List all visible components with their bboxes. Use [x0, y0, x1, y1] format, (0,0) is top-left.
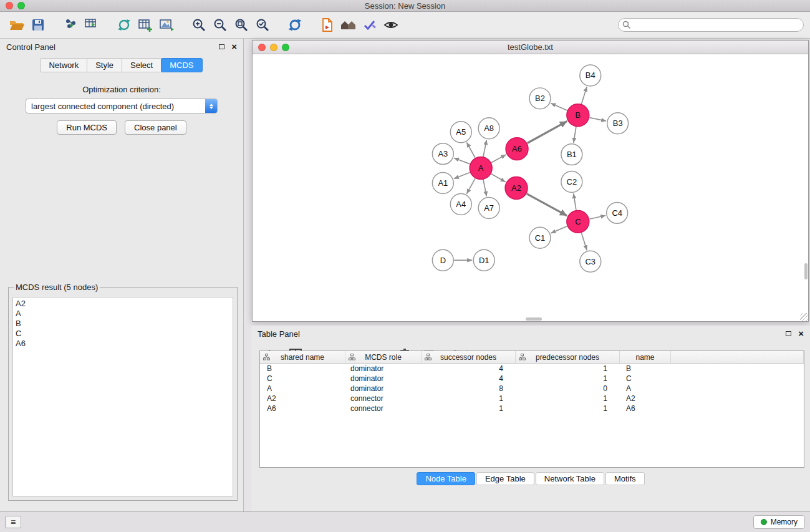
- table-row[interactable]: Bdominator41B: [260, 364, 804, 374]
- new-table-icon[interactable]: [135, 14, 156, 36]
- criterion-dropdown[interactable]: largest connected component (directed): [26, 99, 218, 114]
- float-table-panel-icon[interactable]: [786, 331, 791, 336]
- eye-icon[interactable]: [380, 14, 402, 36]
- home-icon[interactable]: [338, 14, 359, 36]
- export-document-icon[interactable]: [317, 14, 338, 36]
- new-network-icon[interactable]: [113, 14, 135, 36]
- graph-node-D1[interactable]: D1: [473, 249, 494, 271]
- graph-node-C[interactable]: C: [567, 210, 589, 233]
- graph-edge-B-B1[interactable]: [574, 127, 576, 142]
- zoom-window-button[interactable]: [17, 2, 25, 9]
- graph-edge-A-A3[interactable]: [454, 158, 470, 164]
- graph-edge-A2-C[interactable]: [527, 194, 567, 216]
- graph-edge-C-C2[interactable]: [574, 193, 576, 210]
- network-close-button[interactable]: [258, 44, 266, 51]
- vertical-scrollbar[interactable]: [804, 263, 808, 279]
- graph-node-A8[interactable]: A8: [478, 118, 499, 139]
- graph-edge-A-A8[interactable]: [483, 140, 486, 157]
- tab-style[interactable]: Style: [87, 58, 122, 72]
- graph-edge-A6-B[interactable]: [528, 121, 567, 143]
- graph-node-A1[interactable]: A1: [432, 173, 453, 194]
- column-header-predecessor-nodes[interactable]: predecessor nodes: [516, 351, 620, 363]
- zoom-fit-icon[interactable]: [231, 14, 252, 36]
- table-tab-network-table[interactable]: Network Table: [536, 472, 604, 485]
- memory-button[interactable]: Memory: [753, 515, 805, 529]
- table-row[interactable]: A2connector11A2: [260, 394, 804, 404]
- network-zoom-button[interactable]: [282, 44, 289, 51]
- zoom-in-icon[interactable]: [188, 14, 210, 36]
- check-pen-icon[interactable]: [359, 14, 380, 36]
- graph-node-B4[interactable]: B4: [580, 65, 601, 86]
- graph-node-A3[interactable]: A3: [432, 143, 453, 165]
- mcds-result-item[interactable]: A2: [16, 299, 230, 309]
- task-history-icon[interactable]: ≡: [5, 516, 21, 528]
- graph-node-A6[interactable]: A6: [506, 138, 528, 160]
- resize-grip[interactable]: [800, 313, 808, 321]
- import-table-from-file-icon[interactable]: [81, 14, 102, 36]
- graph-node-B2[interactable]: B2: [529, 88, 551, 109]
- graph-node-C3[interactable]: C3: [580, 251, 601, 272]
- run-mcds-button[interactable]: Run MCDS: [57, 120, 117, 135]
- graph-node-A[interactable]: A: [470, 157, 492, 180]
- graph-node-B[interactable]: B: [567, 104, 589, 127]
- search-input[interactable]: [618, 18, 804, 32]
- graph-edge-A-A4[interactable]: [466, 178, 475, 194]
- network-canvas[interactable]: B4B2BB3A5A8A6B1A3AC2A1A2A4A7C4CC1C3DD1: [253, 54, 808, 321]
- graph-edge-A-A2[interactable]: [491, 174, 506, 182]
- column-header-shared-name[interactable]: shared name: [260, 351, 345, 363]
- graph-node-A2[interactable]: A2: [505, 177, 528, 200]
- graph-edge-C-C1[interactable]: [551, 226, 567, 233]
- graph-edge-B-B2[interactable]: [551, 104, 567, 111]
- close-window-button[interactable]: [6, 2, 13, 9]
- graph-edge-C-C4[interactable]: [589, 216, 605, 220]
- table-tab-node-table[interactable]: Node Table: [417, 472, 475, 485]
- close-table-panel-icon[interactable]: ×: [798, 331, 804, 337]
- table-row[interactable]: A6connector11A6: [260, 404, 804, 414]
- mcds-result-item[interactable]: A: [16, 309, 230, 319]
- tab-select[interactable]: Select: [122, 58, 162, 72]
- mcds-result-list[interactable]: A2ABCA6: [12, 297, 233, 496]
- table-row[interactable]: Cdominator41C: [260, 374, 804, 384]
- graph-node-C1[interactable]: C1: [529, 227, 551, 248]
- horizontal-scrollbar[interactable]: [526, 317, 542, 321]
- graph-edge-B-B4[interactable]: [581, 87, 587, 104]
- float-panel-icon[interactable]: [219, 44, 224, 49]
- graph-node-A4[interactable]: A4: [450, 193, 471, 215]
- column-header-name[interactable]: name: [620, 351, 671, 363]
- graph-edge-A-A7[interactable]: [483, 180, 486, 196]
- graph-edge-C-C3[interactable]: [581, 233, 587, 250]
- graph-node-C4[interactable]: C4: [607, 202, 628, 223]
- table-tab-motifs[interactable]: Motifs: [605, 472, 645, 485]
- column-header-mcds-role[interactable]: MCDS role: [345, 351, 422, 363]
- tab-network[interactable]: Network: [40, 58, 87, 72]
- close-panel-icon[interactable]: ×: [231, 44, 237, 50]
- mcds-result-item[interactable]: C: [16, 329, 230, 339]
- graph-edge-A-A5[interactable]: [466, 142, 475, 158]
- dropdown-stepper-icon[interactable]: [205, 99, 217, 113]
- save-session-icon[interactable]: [27, 14, 49, 36]
- tab-mcds[interactable]: MCDS: [161, 58, 202, 72]
- zoom-out-icon[interactable]: [210, 14, 231, 36]
- graph-node-D[interactable]: D: [432, 249, 453, 271]
- graph-node-C2[interactable]: C2: [561, 172, 582, 193]
- mcds-result-item[interactable]: A6: [16, 339, 230, 349]
- graph-edge-A-A1[interactable]: [454, 173, 470, 179]
- table-tab-edge-table[interactable]: Edge Table: [476, 472, 534, 485]
- network-minimize-button[interactable]: [270, 44, 277, 51]
- graph-node-A5[interactable]: A5: [450, 122, 471, 143]
- network-window-titlebar[interactable]: testGlobe.txt: [253, 41, 808, 54]
- network-graph[interactable]: B4B2BB3A5A8A6B1A3AC2A1A2A4A7C4CC1C3DD1: [253, 54, 808, 321]
- graph-node-B3[interactable]: B3: [607, 113, 629, 134]
- zoom-selected-icon[interactable]: [252, 14, 273, 36]
- graph-node-A7[interactable]: A7: [478, 197, 499, 218]
- close-panel-button[interactable]: Close panel: [125, 120, 186, 135]
- graph-edge-B-B3[interactable]: [589, 118, 606, 121]
- apply-layout-icon[interactable]: [284, 14, 306, 36]
- open-file-icon[interactable]: [6, 14, 27, 36]
- window-titlebar[interactable]: Session: New Session: [0, 0, 810, 12]
- column-header-successor-nodes[interactable]: successor nodes: [422, 351, 516, 363]
- export-image-icon[interactable]: [156, 14, 177, 36]
- mcds-result-item[interactable]: B: [16, 319, 230, 329]
- table-row[interactable]: Adominator80A: [260, 384, 804, 394]
- graph-edge-A-A6[interactable]: [491, 155, 506, 163]
